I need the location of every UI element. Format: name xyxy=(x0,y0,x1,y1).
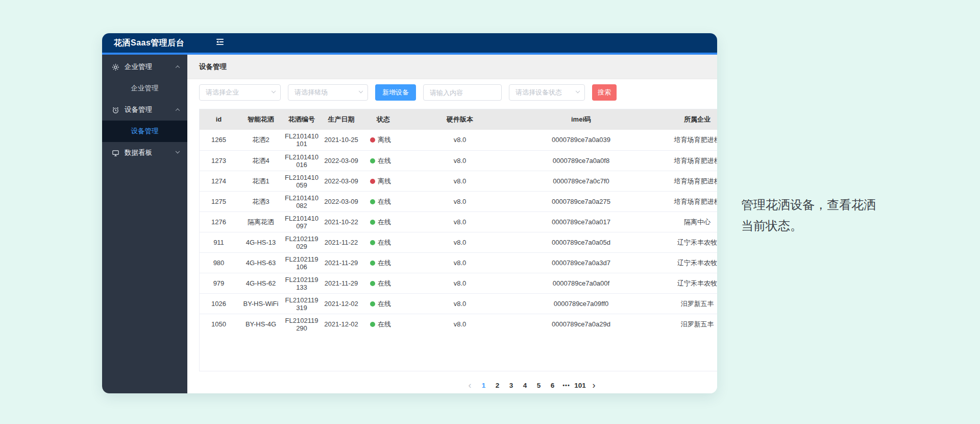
cell-status: 在线 xyxy=(363,239,404,247)
page-background: 花洒Saas管理后台 xyxy=(0,0,980,424)
sidebar-subitem-enterprise-management[interactable]: 企业管理 xyxy=(102,78,187,99)
device-table: id 智能花洒 花洒编号 生产日期 状态 硬件版本 imei码 所属企业 126… xyxy=(199,109,717,371)
sidebar-item-data-dashboard[interactable]: 数据看板 xyxy=(102,142,187,163)
sidebar-fold-button[interactable] xyxy=(215,37,225,49)
table-row: 9794G-HS-62FL21021191332021-11-29在线v8.00… xyxy=(200,273,717,293)
table-row: 9804G-HS-63FL21021191062021-11-29在线v8.00… xyxy=(200,252,717,273)
cell-hardware: v8.0 xyxy=(404,320,516,328)
cell-code: FL2102119290 xyxy=(284,317,320,332)
status-dot-icon xyxy=(370,179,375,184)
cell-date: 2022-03-09 xyxy=(320,177,363,185)
app-title: 花洒Saas管理后台 xyxy=(102,38,184,49)
pagination-prev-button[interactable]: ‹ xyxy=(463,378,477,392)
code-line-1: FL2102119 xyxy=(284,255,320,263)
code-line-2: 101 xyxy=(284,140,320,148)
cell-status: 在线 xyxy=(363,259,404,267)
cell-enterprise: 汨罗新五丰 xyxy=(646,320,717,328)
cell-id: 1275 xyxy=(200,198,238,206)
monitor-icon xyxy=(112,149,119,157)
cell-enterprise: 辽宁禾丰农牧 xyxy=(646,239,717,247)
cell-enterprise: 隔离中心 xyxy=(646,218,717,226)
cell-id: 911 xyxy=(200,239,238,247)
status-dot-icon xyxy=(370,322,375,327)
code-line-2: 029 xyxy=(284,243,320,250)
code-line-1: FL2101410 xyxy=(284,215,320,222)
pagination-next-button[interactable]: › xyxy=(587,378,601,392)
cell-id: 979 xyxy=(200,279,238,288)
cell-code: FL2102119133 xyxy=(284,276,320,291)
cell-status: 在线 xyxy=(363,157,404,165)
pagination-page-button[interactable]: 3 xyxy=(504,378,518,392)
cell-status: 在线 xyxy=(363,198,404,206)
cell-enterprise: 培育场育肥进栏 xyxy=(646,198,717,206)
code-line-2: 133 xyxy=(284,284,320,291)
cell-imei: 0000789ce7a09ff0 xyxy=(516,300,646,308)
cell-id: 1265 xyxy=(200,136,238,144)
cell-enterprise: 辽宁禾丰农牧 xyxy=(646,259,717,267)
code-line-2: 319 xyxy=(284,304,320,312)
status-label: 在线 xyxy=(378,218,391,226)
table-row: 1274花洒1FL21014100592022-03-09离线v8.000007… xyxy=(200,171,717,191)
pagination-page-button[interactable]: 6 xyxy=(546,378,559,392)
pagination-page-button[interactable]: 101 xyxy=(573,378,587,392)
status-dot-icon xyxy=(370,158,375,163)
sidebar-item-device-management[interactable]: 设备管理 xyxy=(102,99,187,121)
code-line-1: FL2101410 xyxy=(284,153,320,161)
chevron-down-icon xyxy=(272,89,276,93)
cell-name: BY-HS-4G xyxy=(238,320,284,328)
cell-date: 2021-11-22 xyxy=(320,239,363,247)
cell-code: FL2102119106 xyxy=(284,255,320,271)
content-area: 设备管理 请选择企业 请选择猪场 新增设备 请选择设备状态 xyxy=(187,55,717,393)
code-line-2: 059 xyxy=(284,181,320,189)
cell-name: 花洒2 xyxy=(238,136,284,144)
status-label: 在线 xyxy=(378,157,391,165)
device-status-select[interactable]: 请选择设备状态 xyxy=(509,84,585,101)
cell-date: 2022-03-09 xyxy=(320,157,363,165)
content-input[interactable] xyxy=(423,84,502,101)
table-row: 1050BY-HS-4GFL21021192902021-12-02在线v8.0… xyxy=(200,314,717,334)
cell-imei: 0000789ce7a0a0f8 xyxy=(516,157,646,165)
cell-status: 在线 xyxy=(363,218,404,226)
cell-hardware: v8.0 xyxy=(404,136,516,144)
search-button[interactable]: 搜索 xyxy=(592,84,617,101)
cell-name: 花洒1 xyxy=(238,177,284,185)
code-line-1: FL2102119 xyxy=(284,235,320,243)
farm-select[interactable]: 请选择猪场 xyxy=(288,84,368,101)
cell-status: 在线 xyxy=(363,320,404,328)
pagination-more-button[interactable]: ••• xyxy=(559,378,573,392)
cell-imei: 0000789ce7a0a29d xyxy=(516,320,646,328)
cell-id: 1276 xyxy=(200,218,238,226)
cell-name: 隔离花洒 xyxy=(238,218,284,226)
add-device-button[interactable]: 新增设备 xyxy=(375,84,416,101)
cell-id: 1026 xyxy=(200,300,238,308)
status-dot-icon xyxy=(370,220,375,225)
table-body: 1265花洒2FL21014101012021-10-25离线v8.000007… xyxy=(200,130,717,334)
status-dot-icon xyxy=(370,240,375,245)
app-window: 花洒Saas管理后台 xyxy=(102,33,717,393)
sidebar-item-enterprise-management[interactable]: 企业管理 xyxy=(102,56,187,78)
sidebar: 企业管理 企业管理 设备管理 xyxy=(102,55,187,393)
cell-name: 花洒4 xyxy=(238,157,284,165)
pagination-page-button[interactable]: 1 xyxy=(477,378,491,392)
cell-hardware: v8.0 xyxy=(404,218,516,226)
enterprise-select[interactable]: 请选择企业 xyxy=(199,84,281,101)
code-line-2: 082 xyxy=(284,202,320,209)
column-header-imei: imei码 xyxy=(516,115,646,124)
pagination-page-button[interactable]: 4 xyxy=(518,378,532,392)
cell-status: 在线 xyxy=(363,300,404,308)
cell-imei: 0000789ce7a0a3d7 xyxy=(516,259,646,267)
annotation-text: 管理花洒设备，查看花洒当前状态。 xyxy=(741,194,880,236)
cell-date: 2021-11-29 xyxy=(320,279,363,288)
cell-hardware: v8.0 xyxy=(404,279,516,288)
sidebar-subitem-device-management[interactable]: 设备管理 xyxy=(102,121,187,142)
cell-enterprise: 培育场育肥进栏 xyxy=(646,136,717,144)
pagination-page-button[interactable]: 5 xyxy=(532,378,546,392)
table-row: 1026BY-HS-WiFiFL21021193192021-12-02在线v8… xyxy=(200,293,717,314)
table-header-row: id 智能花洒 花洒编号 生产日期 状态 硬件版本 imei码 所属企业 xyxy=(200,109,717,130)
cell-code: FL2101410016 xyxy=(284,153,320,169)
cell-date: 2021-12-02 xyxy=(320,320,363,328)
column-header-id: id xyxy=(200,115,238,124)
gear-icon xyxy=(112,63,119,71)
cell-status: 离线 xyxy=(363,136,404,144)
pagination-page-button[interactable]: 2 xyxy=(491,378,504,392)
